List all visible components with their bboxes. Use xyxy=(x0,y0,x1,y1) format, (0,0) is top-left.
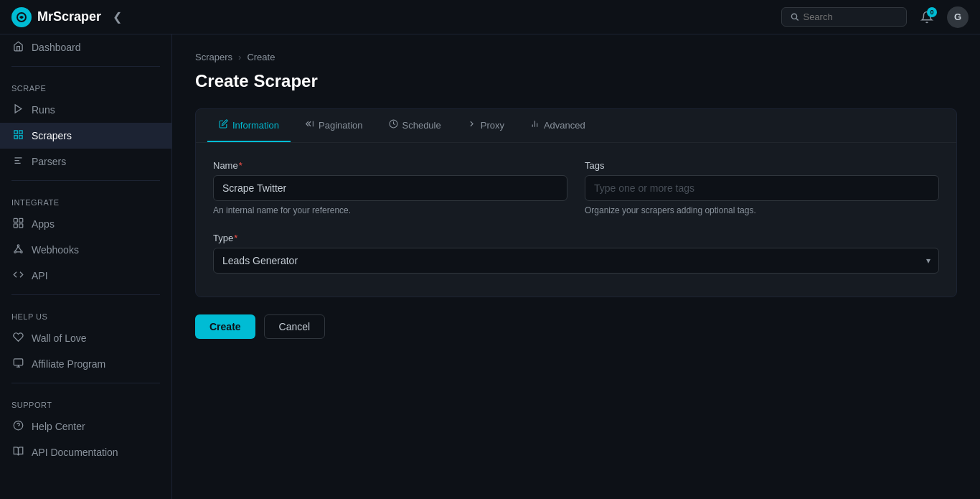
sidebar-wall-of-love-label: Wall of Love xyxy=(32,332,87,344)
clock-icon xyxy=(389,119,398,131)
svg-marker-3 xyxy=(15,105,22,113)
sidebar-api-docs-label: API Documentation xyxy=(32,447,118,458)
sidebar-affiliate-label: Affiliate Program xyxy=(32,358,105,370)
sidebar-apps-label: Apps xyxy=(32,218,55,230)
sidebar-item-api-docs[interactable]: API Documentation xyxy=(0,439,171,465)
parsers-icon xyxy=(11,155,24,168)
help-section-label: Help Us xyxy=(0,301,171,325)
tab-proxy-label: Proxy xyxy=(481,120,504,131)
type-field-group: Type* Leads Generator Web Scraper Custom… xyxy=(213,233,939,274)
topbar-actions: 0 G xyxy=(781,6,969,29)
sidebar-item-scrapers[interactable]: Scrapers xyxy=(0,123,171,149)
main-content: Scrapers › Create Create Scraper Informa… xyxy=(172,34,980,499)
search-input[interactable] xyxy=(803,11,897,22)
breadcrumb: Scrapers › Create xyxy=(195,52,957,62)
svg-point-1 xyxy=(791,14,796,19)
pagination-icon xyxy=(305,119,314,131)
support-section-label: Support xyxy=(0,389,171,414)
heart-icon xyxy=(11,332,24,345)
api-icon xyxy=(11,269,24,282)
sidebar-parsers-label: Parsers xyxy=(32,156,66,167)
scrapers-icon xyxy=(11,129,24,142)
breadcrumb-parent[interactable]: Scrapers xyxy=(195,52,232,62)
action-buttons: Create Cancel xyxy=(195,314,957,339)
tab-proxy[interactable]: Proxy xyxy=(456,109,516,142)
svg-rect-8 xyxy=(14,218,17,222)
breadcrumb-current: Create xyxy=(247,52,275,62)
sidebar-item-wall-of-love[interactable]: Wall of Love xyxy=(0,325,171,351)
sidebar-help-center-label: Help Center xyxy=(32,421,85,432)
type-label: Type* xyxy=(213,233,939,243)
form-body: Name* An internal name for your referenc… xyxy=(196,143,956,297)
breadcrumb-separator: › xyxy=(238,52,241,62)
sidebar: Dashboard Scrape Runs Scrap xyxy=(0,34,172,499)
tags-field-group: Tags Organize your scrapers adding optio… xyxy=(585,160,939,215)
avatar[interactable]: G xyxy=(947,6,969,28)
search-box[interactable] xyxy=(781,7,907,27)
sidebar-item-webhooks[interactable]: Webhooks xyxy=(0,237,171,263)
sidebar-scrapers-label: Scrapers xyxy=(32,130,72,141)
svg-point-13 xyxy=(14,251,16,253)
name-required: * xyxy=(239,160,242,171)
notification-badge: 0 xyxy=(927,7,937,17)
sidebar-item-api[interactable]: API xyxy=(0,263,171,289)
scrape-section-label: Scrape xyxy=(0,73,171,97)
tab-schedule-label: Schedule xyxy=(402,120,441,131)
sidebar-item-dashboard[interactable]: Dashboard xyxy=(0,34,171,60)
sidebar-api-label: API xyxy=(32,270,48,281)
divider-help xyxy=(11,294,160,295)
svg-point-12 xyxy=(17,245,19,247)
sidebar-dashboard-label: Dashboard xyxy=(32,42,81,53)
sidebar-item-apps[interactable]: Apps xyxy=(0,211,171,237)
form-card: Information Pagination xyxy=(195,108,957,297)
home-icon xyxy=(11,41,24,54)
svg-rect-10 xyxy=(14,224,17,228)
tags-label: Tags xyxy=(585,160,939,171)
name-hint: An internal name for your reference. xyxy=(213,205,567,215)
tab-information[interactable]: Information xyxy=(207,109,291,142)
topbar: MrScraper ❮ 0 G xyxy=(0,0,980,34)
tab-advanced-label: Advanced xyxy=(544,120,585,131)
webhook-icon xyxy=(11,243,24,256)
tab-schedule[interactable]: Schedule xyxy=(377,109,453,142)
app-logo[interactable]: MrScraper xyxy=(11,7,101,27)
svg-rect-11 xyxy=(19,224,22,228)
proxy-icon xyxy=(467,119,476,131)
sidebar-collapse-button[interactable]: ❮ xyxy=(113,10,122,24)
svg-point-14 xyxy=(20,251,22,253)
search-icon xyxy=(791,12,798,22)
tab-advanced[interactable]: Advanced xyxy=(519,109,597,142)
layout: Dashboard Scrape Runs Scrap xyxy=(0,34,980,499)
sidebar-webhooks-label: Webhooks xyxy=(32,244,79,256)
cancel-button[interactable]: Cancel xyxy=(264,314,326,339)
sidebar-item-runs[interactable]: Runs xyxy=(0,97,171,123)
svg-rect-4 xyxy=(14,131,17,134)
advanced-icon xyxy=(530,119,540,131)
page-title: Create Scraper xyxy=(195,71,957,91)
play-icon xyxy=(11,103,24,116)
tab-information-label: Information xyxy=(232,120,279,131)
svg-rect-5 xyxy=(19,131,22,134)
tab-pagination[interactable]: Pagination xyxy=(293,109,374,142)
pencil-icon xyxy=(219,119,228,131)
name-field-group: Name* An internal name for your referenc… xyxy=(213,160,567,215)
name-input[interactable] xyxy=(213,175,567,201)
apps-icon xyxy=(11,218,24,230)
integrate-section-label: Integrate xyxy=(0,187,171,211)
create-button[interactable]: Create xyxy=(195,314,255,339)
tags-input[interactable] xyxy=(585,175,939,201)
book-icon xyxy=(11,446,24,459)
sidebar-item-parsers[interactable]: Parsers xyxy=(0,149,171,174)
sidebar-item-help-center[interactable]: Help Center xyxy=(0,414,171,439)
name-tags-row: Name* An internal name for your referenc… xyxy=(213,160,939,215)
notification-button[interactable]: 0 xyxy=(915,6,938,29)
sidebar-runs-label: Runs xyxy=(32,104,55,116)
logo-icon xyxy=(11,7,32,27)
sidebar-item-affiliate[interactable]: Affiliate Program xyxy=(0,351,171,377)
svg-rect-15 xyxy=(14,359,23,365)
svg-line-2 xyxy=(796,19,798,21)
name-label: Name* xyxy=(213,160,567,171)
affiliate-icon xyxy=(11,358,24,370)
app-name: MrScraper xyxy=(37,9,101,24)
type-select[interactable]: Leads Generator Web Scraper Custom xyxy=(213,248,939,274)
